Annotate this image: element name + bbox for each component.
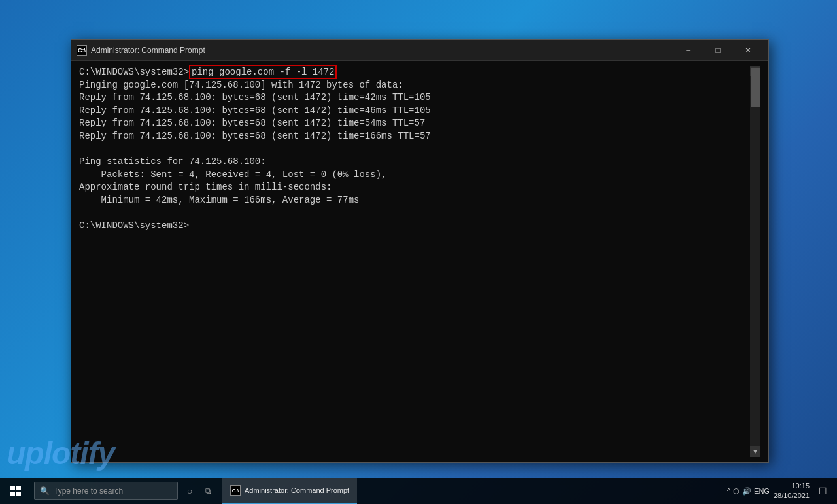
close-button[interactable]: ✕ — [733, 40, 763, 61]
scrollbar-thumb[interactable] — [751, 68, 760, 107]
desktop: C:\ Administrator: Command Prompt − □ ✕ … — [0, 0, 837, 504]
stats-rtt-values: Minimum = 42ms, Maximum = 166ms, Average… — [79, 195, 359, 205]
taskbar-app-cmd[interactable]: C:\ Administrator: Command Prompt — [222, 478, 357, 504]
output-line5: Reply from 74.125.68.100: bytes=68 (sent… — [79, 118, 425, 128]
windows-logo-icon — [10, 486, 21, 496]
cmd-window: C:\ Administrator: Command Prompt − □ ✕ … — [71, 39, 769, 463]
output-line2: Pinging google.com [74.125.68.100] with … — [79, 80, 403, 90]
minimize-button[interactable]: − — [673, 40, 703, 61]
taskbar: 🔍 Type here to search ○ ⧉ C:\ Administra… — [0, 478, 837, 504]
cmd-content: C:\WINDOWS\system32>ping google.com -f -… — [79, 66, 750, 457]
prompt-line1: C:\WINDOWS\system32> — [79, 67, 189, 77]
clock-time: 10:15 — [774, 481, 810, 491]
cmd-scrollbar[interactable]: ▲ ▼ — [750, 66, 760, 457]
cmd-window-icon: C:\ — [77, 45, 87, 56]
svg-rect-3 — [16, 492, 21, 496]
output-line6: Reply from 74.125.68.100: bytes=68 (sent… — [79, 131, 431, 141]
taskbar-search-text: Type here to search — [54, 486, 123, 496]
svg-rect-1 — [16, 486, 21, 490]
tray-chevron-icon[interactable]: ^ — [727, 487, 730, 495]
highlighted-command: ping google.com -f -l 1472 — [189, 65, 337, 79]
cmd-titlebar: C:\ Administrator: Command Prompt − □ ✕ — [71, 40, 768, 61]
cmd-titlebar-buttons: − □ ✕ — [673, 40, 763, 61]
start-button[interactable] — [0, 478, 31, 504]
scrollbar-arrow-down[interactable]: ▼ — [750, 446, 760, 457]
svg-rect-2 — [10, 492, 15, 496]
taskbar-app-label: Administrator: Command Prompt — [245, 486, 349, 494]
cortana-icon: ○ — [187, 486, 192, 496]
notification-button[interactable]: ☐ — [813, 482, 832, 500]
svg-rect-0 — [10, 486, 15, 490]
maximize-button[interactable]: □ — [703, 40, 733, 61]
uplotify-watermark: uplotify — [7, 435, 114, 471]
taskbar-clock[interactable]: 10:15 28/10/2021 — [774, 481, 810, 501]
tray-network-icon: ⬡ — [733, 487, 740, 496]
stats-header: Ping statistics for 74.125.68.100: — [79, 156, 266, 167]
tray-language[interactable]: ENG — [754, 487, 770, 495]
taskbar-system-tray: ^ ⬡ 🔊 ENG 10:15 28/10/2021 ☐ — [722, 481, 837, 501]
cortana-button[interactable]: ○ — [180, 482, 199, 500]
stats-rtt-label: Approximate round trip times in milli-se… — [79, 182, 332, 192]
search-icon: 🔍 — [40, 486, 50, 496]
output-line4: Reply from 74.125.68.100: bytes=68 (sent… — [79, 105, 431, 116]
task-view-button[interactable]: ⧉ — [199, 482, 217, 500]
tray-icons: ^ ⬡ 🔊 ENG — [727, 487, 770, 496]
clock-date: 28/10/2021 — [774, 491, 810, 501]
task-view-icon: ⧉ — [205, 486, 211, 496]
prompt-line13: C:\WINDOWS\system32> — [79, 220, 189, 231]
cmd-body[interactable]: C:\WINDOWS\system32>ping google.com -f -… — [71, 61, 768, 462]
output-line3: Reply from 74.125.68.100: bytes=68 (sent… — [79, 92, 431, 103]
stats-packets: Packets: Sent = 4, Received = 4, Lost = … — [79, 169, 386, 180]
notification-icon: ☐ — [819, 486, 827, 496]
tray-volume-icon: 🔊 — [742, 487, 751, 496]
cmd-window-title: Administrator: Command Prompt — [91, 46, 673, 55]
taskbar-center: C:\ Administrator: Command Prompt — [217, 478, 722, 504]
taskbar-search-bar[interactable]: 🔍 Type here to search — [34, 482, 178, 500]
taskbar-app-icon: C:\ — [230, 485, 241, 496]
